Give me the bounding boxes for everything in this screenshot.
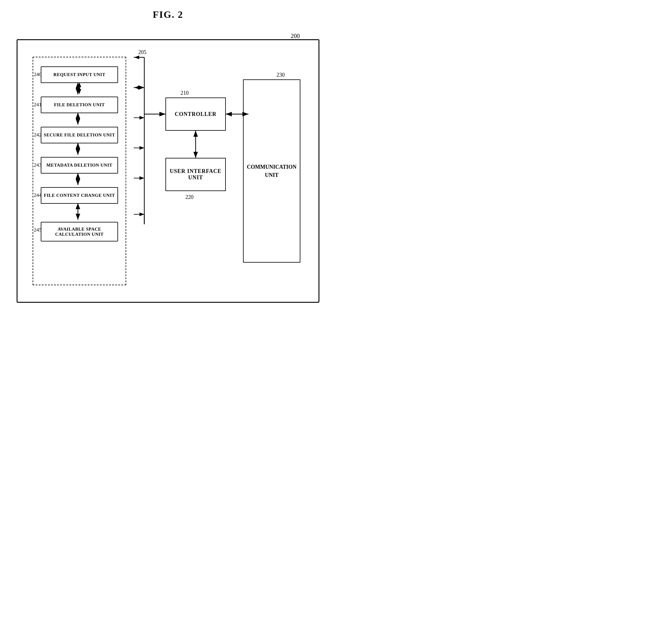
request-input-unit: REQUEST INPUT UNIT (41, 66, 118, 83)
ref-label-244: 244 (34, 192, 42, 198)
ref-label-245: 245 (34, 227, 42, 233)
label-200: 200 (291, 33, 300, 40)
metadata-deletion-unit: METADATA DELETION UNIT (41, 157, 118, 174)
ref-label-243: 243 (34, 162, 42, 168)
ref-label-242: 242 (34, 132, 42, 138)
label-210: 210 (181, 90, 189, 96)
available-space-calculation-unit: AVAILABLE SPACE CALCULATION UNIT (41, 222, 118, 241)
user-interface-unit: USER INTERFACE UNIT (166, 158, 226, 191)
label-220: 220 (185, 194, 193, 200)
file-content-change-unit: FILE CONTENT CHANGE UNIT (41, 187, 118, 204)
file-deletion-unit: FILE DELETION UNIT (41, 97, 118, 113)
controller-box: CONTROLLER (166, 97, 226, 131)
outer-box: 240 241 242 243 244 245 REQUEST INPUT UN… (17, 39, 319, 303)
ref-label-241: 241 (34, 102, 42, 108)
secure-file-deletion-unit: SECURE FILE DELETION UNIT (41, 127, 118, 143)
page-title: FIG. 2 (0, 0, 336, 20)
label-205: 205 (138, 49, 146, 56)
label-230: 230 (277, 72, 285, 78)
ref-label-240: 240 (34, 72, 42, 78)
communication-unit: COMMUNICATION UNIT (243, 79, 300, 263)
dashed-box: 240 241 242 243 244 245 REQUEST INPUT UN… (33, 57, 126, 285)
